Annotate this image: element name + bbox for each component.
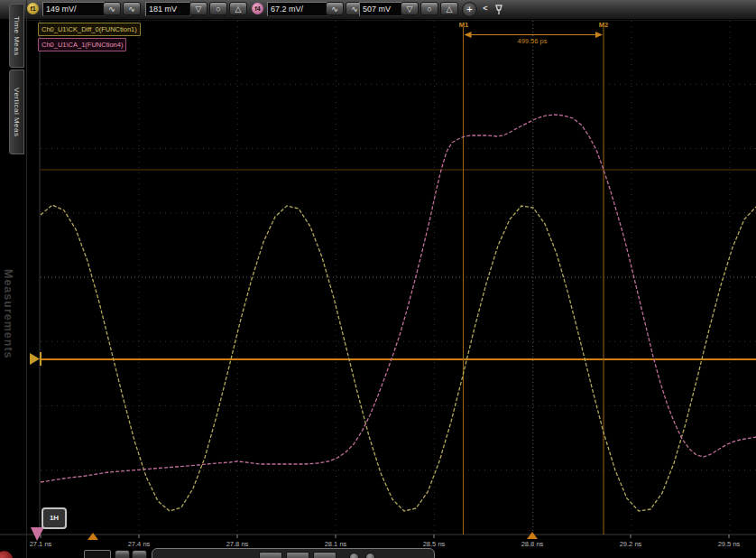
channel-label-ca1[interactable]: Ch0_U1\CA_1(FUNCtion4)	[38, 38, 126, 51]
measurements-panel-watermark: Measurements	[2, 269, 14, 430]
tab-time-meas[interactable]: Time Meas	[9, 4, 24, 68]
axis-label-7: 29.5 ns	[718, 540, 741, 548]
function1-badge[interactable]: f1	[27, 3, 39, 14]
axis-label-4: 28.5 ns	[423, 540, 446, 548]
marker-delta-readout: 499.56 ps	[469, 37, 595, 45]
ch2-scale-smaller-wave-button[interactable]: ∿	[326, 2, 344, 15]
axis-label-2: 27.8 ns	[226, 540, 249, 548]
bottom-toolbar-button[interactable]	[132, 550, 147, 558]
axis-label-1: 27.4 ns	[128, 540, 151, 548]
ch1-scale-smaller-wave-button[interactable]: ∿	[103, 2, 121, 15]
ch1-offset-zero-button[interactable]: ○	[209, 2, 227, 15]
ch2-offset-up-button[interactable]: △	[440, 2, 458, 15]
axis-label-3: 28.1 ns	[325, 540, 347, 548]
pin-icon[interactable]	[493, 2, 505, 15]
axis-label-6: 29.2 ns	[620, 540, 642, 548]
oscilloscope-screen: f1 149 mV/ ∿ ∿ 181 mV ▽ ○ △ f4 67.2 mV/ …	[0, 0, 756, 558]
bottom-toolbar-field[interactable]	[84, 550, 111, 558]
waveform-plot[interactable]	[0, 0, 756, 558]
add-button[interactable]: +	[462, 2, 477, 17]
ch1-level-marker-bar	[40, 352, 41, 366]
ch1-offset-field[interactable]: 181 mV	[145, 2, 190, 16]
axis-label-0: 27.1 ns	[30, 540, 52, 548]
ch2-offset-zero-button[interactable]: ○	[420, 2, 438, 15]
function4-badge[interactable]: f4	[252, 3, 263, 14]
channel-label-ck-diff[interactable]: Ch0_U1\CK_Diff_0(FUNCtion1)	[38, 23, 141, 36]
vertical-controls-toolbar: f1 149 mV/ ∿ ∿ 181 mV ▽ ○ △ f4 67.2 mV/ …	[0, 0, 756, 20]
trigger-marker-triangle-icon[interactable]	[527, 532, 538, 539]
marker-m2-label[interactable]: M2	[591, 21, 616, 29]
ch1-offset-up-button[interactable]: △	[229, 2, 247, 15]
bottom-toolbar-button[interactable]	[115, 550, 130, 558]
ch2-offset-field[interactable]: 507 mV	[359, 2, 402, 16]
collapse-chevron-icon[interactable]: <	[480, 2, 491, 15]
ch1-scale-larger-wave-button[interactable]: ∿	[123, 2, 141, 15]
axis-label-5: 28.8 ns	[521, 540, 544, 548]
bottom-toolbar-circle-button[interactable]	[349, 553, 359, 558]
trigger-marker-triangle-icon[interactable]	[88, 533, 98, 540]
tab-vertical-meas[interactable]: Vertical Meas	[9, 70, 24, 154]
marker-m1-label[interactable]: M1	[451, 21, 476, 29]
bottom-toolbar-button[interactable]	[259, 552, 282, 558]
marker-arrowhead-right-icon	[595, 32, 603, 38]
bottom-toolbar-button[interactable]	[313, 552, 337, 558]
ch2-offset-down-button[interactable]: ▽	[401, 2, 419, 15]
bottom-toolbar-group	[152, 548, 435, 558]
waveform-trace-ck-diff[interactable]	[41, 205, 756, 511]
ch1-offset-down-button[interactable]: ▽	[189, 2, 207, 15]
panel-edge-divider	[26, 0, 27, 558]
bottom-toolbar-button[interactable]	[286, 552, 309, 558]
ch1-level-marker-icon[interactable]	[30, 353, 40, 365]
bottom-toolbar-circle-button[interactable]	[365, 553, 375, 558]
ch1-scale-field[interactable]: 149 mV/	[42, 2, 106, 16]
ch2-scale-field[interactable]: 67.2 mV/	[267, 2, 328, 16]
waveform-memory-badge[interactable]: 1H	[41, 507, 67, 529]
